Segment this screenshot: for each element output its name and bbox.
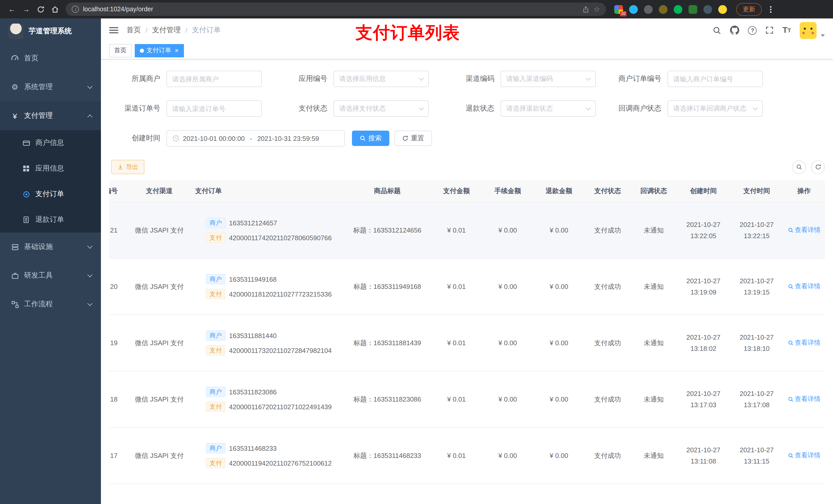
end-date[interactable]: 2021-10-31 23:59:59 xyxy=(257,135,319,142)
search-button[interactable]: 搜索 xyxy=(352,130,389,146)
font-size-icon[interactable]: TT xyxy=(783,26,791,35)
toggle-search-icon[interactable] xyxy=(792,160,806,174)
sidebar-item-refund-order[interactable]: 退款订单 xyxy=(0,207,101,233)
sidebar-item-merchant-info[interactable]: 商户信息 xyxy=(0,130,101,156)
create-time: 2021-10-27 13:19:09 xyxy=(679,275,728,298)
dashboard-icon xyxy=(10,54,20,63)
merchant-order-no: 1635311949168 xyxy=(229,275,277,283)
extension-icon[interactable] xyxy=(629,5,638,14)
order-id: 20 xyxy=(110,283,118,290)
reload-icon[interactable] xyxy=(34,3,47,16)
sidebar-item-pay-order[interactable]: 支付订单 xyxy=(0,181,101,207)
pay-order-no: 4200001181202110277723215336 xyxy=(229,290,332,298)
table-row[interactable]: 19 微信 JSAPI 支付 商户1635311881440 支付4200001… xyxy=(109,315,825,371)
sidebar-item-workflow[interactable]: 工作流程 xyxy=(0,290,101,318)
chevron-down-icon xyxy=(87,83,93,89)
goods-title: 标题：1635311823086 xyxy=(354,394,421,404)
search-icon[interactable] xyxy=(713,26,721,34)
sidebar-item-payment[interactable]: ¥ 支付管理 xyxy=(0,101,101,130)
merchant-order-no-input[interactable] xyxy=(668,71,763,87)
start-date[interactable]: 2021-10-01 00:00:00 xyxy=(183,135,245,142)
app-logo[interactable]: 芋道管理系统 xyxy=(0,19,101,44)
extension-icon[interactable] xyxy=(674,5,682,14)
collapse-menu-icon[interactable] xyxy=(109,27,118,33)
table-row[interactable]: 20 微信 JSAPI 支付 商户1635311949168 支付4200001… xyxy=(109,259,825,315)
avatar-caret-icon[interactable] xyxy=(821,34,825,37)
extension-icon[interactable] xyxy=(659,5,668,14)
refresh-icon[interactable] xyxy=(811,160,825,174)
notify-status: 未通知 xyxy=(644,282,664,291)
close-icon[interactable]: × xyxy=(175,47,178,54)
view-detail-link[interactable]: 查看详情 xyxy=(788,226,820,235)
page-content: 所属商户 应用编号 请选择应用信息 渠道编码 请输入渠道编码 xyxy=(101,59,833,504)
table-header-row: 编号 支付渠道 支付订单 商品标题 支付金额 手续金额 退款金额 支付状态 回调… xyxy=(109,180,825,202)
pay-status-select[interactable]: 请选择支付状态 xyxy=(334,100,429,117)
extension-icon[interactable] xyxy=(718,5,727,14)
chrome-update-button[interactable]: 更新 xyxy=(736,3,762,16)
merchant-select-input[interactable] xyxy=(166,71,262,87)
sidebar-item-app-info[interactable]: 应用信息 xyxy=(0,156,101,181)
home-icon[interactable] xyxy=(48,3,62,16)
chevron-down-icon xyxy=(87,243,93,248)
merchant-tag: 商户 xyxy=(206,218,225,228)
refund-status-select[interactable]: 请选择退款状态 xyxy=(501,100,596,117)
pay-status: 支付成功 xyxy=(594,282,621,291)
channel-order-no-input[interactable] xyxy=(166,100,262,117)
chevron-down-icon xyxy=(87,272,93,277)
share-icon[interactable] xyxy=(583,6,589,13)
browser-menu-icon[interactable] xyxy=(767,6,775,13)
view-detail-link[interactable]: 查看详情 xyxy=(788,395,820,404)
table-row[interactable]: 21 微信 JSAPI 支付 商户1635312124657 支付4200001… xyxy=(109,202,825,259)
breadcrumb-payment[interactable]: 支付管理 xyxy=(152,26,181,35)
github-icon[interactable] xyxy=(730,26,739,35)
view-detail-link[interactable]: 查看详情 xyxy=(788,282,820,291)
extension-icon[interactable] xyxy=(644,5,653,14)
create-time-label: 创建时间 xyxy=(101,134,166,143)
pay-channel: 微信 JSAPI 支付 xyxy=(135,225,184,235)
extension-tray: 10 xyxy=(610,5,731,14)
tab-home[interactable]: 首页 xyxy=(109,44,132,57)
fullscreen-icon[interactable] xyxy=(766,26,774,34)
notify-status-select[interactable]: 请选择订单回调商户状态 xyxy=(668,100,763,117)
app-select[interactable]: 请选择应用信息 xyxy=(334,71,429,87)
pay-order-no: 4200001194202110276752100612 xyxy=(229,459,332,467)
tab-pay-order[interactable]: 支付订单 × xyxy=(135,44,184,57)
chevron-down-icon xyxy=(419,105,424,111)
breadcrumb-home[interactable]: 首页 xyxy=(126,26,141,35)
reset-button[interactable]: 重置 xyxy=(395,130,432,146)
extension-icon[interactable] xyxy=(689,5,697,14)
help-icon[interactable]: ? xyxy=(748,26,757,34)
create-time-range-picker[interactable]: 2021-10-01 00:00:00 - 2021-10-31 23:59:5… xyxy=(166,130,345,146)
export-button[interactable]: 导出 xyxy=(111,160,144,174)
sidebar-item-home[interactable]: 首页 xyxy=(0,44,101,73)
address-bar[interactable]: i localhost:1024/pay/order ☆ xyxy=(66,3,606,16)
channel-code-select[interactable]: 请输入渠道编码 xyxy=(501,71,596,87)
extension-icon[interactable] xyxy=(704,5,712,14)
url-text[interactable]: localhost:1024/pay/order xyxy=(83,6,579,13)
browser-chrome: ← → i localhost:1024/pay/order ☆ 10 xyxy=(0,0,833,19)
table-row[interactable]: 商户16353119157 xyxy=(109,484,825,504)
workflow-icon xyxy=(10,301,20,308)
table-row[interactable]: 18 微信 JSAPI 支付 商户1635311823086 支付4200001… xyxy=(109,371,825,428)
sidebar-item-infra[interactable]: 基础设施 xyxy=(0,233,101,261)
site-info-icon[interactable]: i xyxy=(72,6,79,13)
sidebar-item-system[interactable]: ⚙ 系统管理 xyxy=(0,73,101,101)
avatar[interactable] xyxy=(800,22,817,39)
order-id: 21 xyxy=(110,226,118,234)
pay-channel: 微信 JSAPI 支付 xyxy=(135,282,184,291)
forward-icon[interactable]: → xyxy=(20,3,33,16)
view-detail-link[interactable]: 查看详情 xyxy=(788,339,820,347)
date-separator: - xyxy=(248,135,254,142)
fee-amount: ¥ 0.00 xyxy=(498,395,517,403)
extensions-puzzle-icon[interactable]: 10 xyxy=(614,5,623,14)
sidebar-item-devtools[interactable]: 研发工具 xyxy=(0,261,101,290)
view-detail-link[interactable]: 查看详情 xyxy=(788,451,820,460)
chevron-down-icon xyxy=(753,105,758,111)
table-row[interactable]: 17 微信 JSAPI 支付 商户1635311468233 支付4200001… xyxy=(109,428,825,484)
goods-title: 标题：1635311468233 xyxy=(354,451,421,460)
merchant-tag: 商户 xyxy=(206,274,225,284)
back-icon[interactable]: ← xyxy=(5,3,19,16)
notify-status: 未通知 xyxy=(644,394,664,404)
bookmark-star-icon[interactable]: ☆ xyxy=(594,5,600,13)
screen: ← → i localhost:1024/pay/order ☆ 10 xyxy=(0,0,833,504)
